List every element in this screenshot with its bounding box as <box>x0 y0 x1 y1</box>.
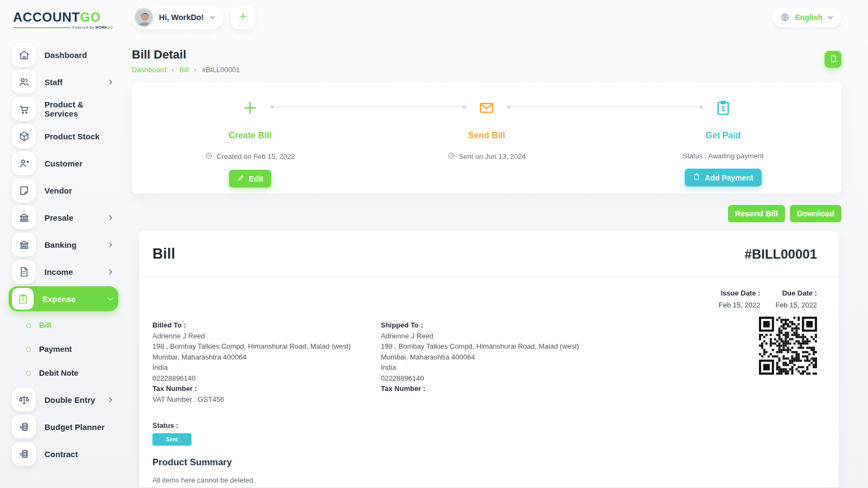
page-header: Bill Detail Dashboard › Bill › #BILL0000… <box>132 48 841 74</box>
shipped-to-country: India <box>381 362 609 373</box>
step-detail-text: Status : Awaiting payment <box>682 152 763 160</box>
breadcrumb-dashboard[interactable]: Dashboard <box>132 66 167 74</box>
svg-text:$: $ <box>20 425 22 429</box>
step-label: Create Bill <box>228 131 271 140</box>
bullet-icon <box>26 371 31 376</box>
bill-number: #BILL00001 <box>745 247 817 262</box>
plus-icon <box>242 99 258 117</box>
page-title: Bill Detail <box>132 48 240 62</box>
clock-icon <box>448 152 455 161</box>
plus-icon <box>238 11 248 24</box>
powered-by: Powered By WORKDO <box>73 25 113 29</box>
bill-dates: Issue Date : Feb 15, 2022 Due Date : Feb… <box>139 277 839 309</box>
edit-pencil-icon <box>237 174 245 183</box>
sidebar-item-product-stock[interactable]: Product Stock <box>9 123 118 150</box>
due-date-value: Feb 15, 2022 <box>775 301 817 309</box>
status-badge: Sent <box>152 433 192 446</box>
shipped-to-address1: 198 , Bombay Talkies Compd, Himanshurai … <box>381 341 609 352</box>
step-detail-text: Sent on Jun 13, 2024 <box>459 152 526 160</box>
expense-submenu: Bill Payment Debit Note <box>9 312 118 386</box>
bill-progress-card: Create Bill Created on Feb 15, 2022 Edit… <box>132 82 841 194</box>
chevron-down-icon <box>827 14 834 21</box>
sidebar-item-product-services[interactable]: Product & Services <box>9 95 118 123</box>
breadcrumb-separator: › <box>194 66 196 74</box>
add-button[interactable] <box>231 5 255 29</box>
sidebar-item-income[interactable]: Income <box>9 258 118 285</box>
users-icon <box>12 70 36 94</box>
sidebar-item-dashboard[interactable]: Dashboard <box>9 41 118 68</box>
submenu-item-debit-note[interactable]: Debit Note <box>26 361 118 385</box>
language-selector[interactable]: English <box>773 8 841 27</box>
product-summary-title: Product Summary <box>152 457 826 468</box>
coins-icon: $ <box>12 415 36 439</box>
brand-logo[interactable]: ACCOUNTGO Powered By WORKDO <box>0 9 125 29</box>
breadcrumb-separator: › <box>172 66 174 74</box>
billed-to-country: India <box>152 362 381 373</box>
breadcrumb-bill[interactable]: Bill <box>180 66 189 74</box>
add-payment-button[interactable]: Add Payment <box>685 169 761 187</box>
download-button[interactable]: Download <box>790 205 841 222</box>
billed-to-name: Adrienne J Reed <box>152 331 381 342</box>
bill-parties: Billed To : Adrienne J Reed 198 , Bombay… <box>139 309 839 404</box>
sidebar-item-expense[interactable]: $ Expense <box>9 286 118 311</box>
edit-button[interactable]: Edit <box>229 170 271 188</box>
mail-icon <box>478 99 495 117</box>
billed-to-block: Billed To : Adrienne J Reed 198 , Bombay… <box>152 320 381 404</box>
clipboard-dollar-icon: $ <box>714 99 732 117</box>
user-avatar <box>134 8 154 27</box>
clipboard-dollar-icon: $ <box>12 288 34 310</box>
stepper-connector <box>508 106 701 107</box>
stepper-connector <box>272 106 465 107</box>
sidebar-item-contract[interactable]: $ Contract <box>9 440 118 467</box>
sidebar-item-budget-planner[interactable]: $ Budget Planner <box>9 413 118 440</box>
document-button[interactable] <box>825 51 841 68</box>
svg-text:$: $ <box>20 452 22 457</box>
submenu-item-bill[interactable]: Bill <box>26 313 118 337</box>
bank-icon <box>12 206 36 229</box>
status-label: Status : <box>152 421 826 429</box>
due-date-label: Due Date : <box>775 289 817 297</box>
submenu-item-payment[interactable]: Payment <box>26 337 118 361</box>
sidebar-item-vendor[interactable]: Vendor <box>9 177 118 204</box>
sidebar-item-double-entry[interactable]: Double Entry <box>9 386 118 413</box>
sidebar-item-presale[interactable]: Presale <box>9 204 118 231</box>
sidebar-item-staff[interactable]: Staff <box>9 68 118 95</box>
shipped-to-address2: Mumbai, Maharashtra 400064 <box>381 352 609 363</box>
bullet-icon <box>26 323 31 328</box>
chevron-right-icon <box>107 79 114 86</box>
resend-bill-button[interactable]: Resend Bill <box>728 205 785 222</box>
sidebar-item-customer[interactable]: Customer <box>9 150 118 177</box>
greeting-text: Hi, WorkDo! <box>159 13 204 22</box>
user-plus-icon <box>12 151 36 175</box>
file-icon <box>829 54 838 65</box>
note-icon <box>12 178 36 202</box>
shipped-to-block: Shipped To : Adrienne J Reed 198 , Bomba… <box>381 320 609 404</box>
step-detail-text: Created on Feb 15, 2022 <box>216 152 295 160</box>
brand-name: ACCOUNTGO <box>13 10 113 25</box>
sidebar-nav: Dashboard Staff Product & Services Produ… <box>0 29 125 467</box>
chevron-right-icon <box>107 268 114 275</box>
bank-icon <box>12 233 36 256</box>
shipped-to-phone: 02228896140 <box>381 373 609 384</box>
product-summary-note: All items here cannot be deleted. <box>152 476 826 484</box>
cube-icon <box>12 124 36 148</box>
issue-date-label: Issue Date : <box>719 289 761 297</box>
chevron-right-icon <box>107 214 114 221</box>
globe-icon <box>780 12 790 22</box>
step-label: Send Bill <box>468 131 505 140</box>
svg-text:$: $ <box>22 297 24 302</box>
sidebar-item-banking[interactable]: Banking <box>9 231 118 258</box>
step-create-bill: Create Bill Created on Feb 15, 2022 Edit <box>132 99 368 194</box>
bill-heading: Bill <box>152 246 175 262</box>
billed-to-address2: Mumbai, Maharashtra 400064 <box>152 352 381 363</box>
main-content: Hi, WorkDo! English Bill Detail Dashboar… <box>125 0 868 487</box>
chevron-down-icon <box>107 296 114 303</box>
step-label: Get Paid <box>706 131 741 140</box>
breadcrumb: Dashboard › Bill › #BILL00001 <box>132 66 240 74</box>
user-menu[interactable]: Hi, WorkDo! <box>132 5 224 29</box>
home-icon <box>12 43 36 67</box>
billed-to-address1: 198 , Bombay Talkies Compd, Himanshurai … <box>152 341 381 352</box>
issue-date-value: Feb 15, 2022 <box>719 301 761 309</box>
topbar: Hi, WorkDo! English <box>132 5 841 29</box>
file-icon <box>12 260 36 284</box>
